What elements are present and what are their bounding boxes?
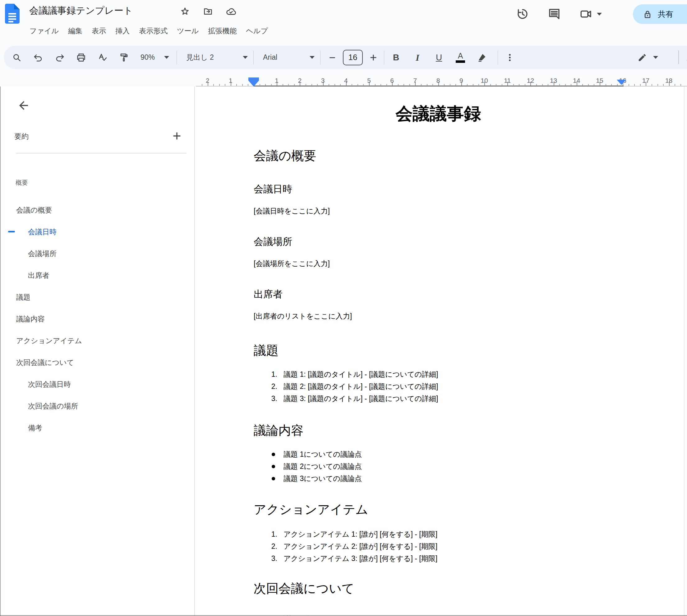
menu-item[interactable]: ツール [172, 24, 203, 38]
left-indent-marker[interactable] [248, 78, 259, 87]
document-h1[interactable]: アクションアイテム [254, 502, 623, 517]
paint-format-icon[interactable] [117, 51, 131, 64]
list-item[interactable]: 3.アクションアイテム 3: [誰が] [何をする] - [期限] [254, 552, 623, 565]
right-indent-marker[interactable] [617, 80, 626, 85]
highlight-icon[interactable] [475, 51, 489, 64]
ruler-tick [634, 84, 635, 86]
menu-item[interactable]: 編集 [63, 24, 87, 38]
menu-bar: ファイル編集表示挿入表示形式ツール拡張機能ヘルプ [25, 24, 273, 38]
outline-item[interactable]: アクションアイテム [0, 330, 193, 352]
outline-item[interactable]: 次回会議の場所 [0, 395, 193, 417]
document-h1[interactable]: 議論内容 [254, 423, 623, 438]
header: 会議議事録テンプレート ファイル編集表示挿入表示形式ツール拡張機能ヘルプ [0, 0, 687, 77]
document-h2[interactable]: 会議日時 [254, 183, 623, 195]
edit-mode-pencil-icon[interactable] [635, 51, 649, 64]
list-item[interactable]: 2.アクションアイテム 2: [誰が] [何をする] - [期限] [254, 541, 623, 552]
document-body[interactable]: [会議日時をここに入力] [254, 206, 623, 216]
version-history-icon[interactable] [516, 7, 530, 21]
document-body[interactable]: [出席者のリストをここに入力] [254, 311, 623, 321]
back-arrow-icon[interactable] [16, 98, 31, 113]
cloud-saved-icon[interactable] [226, 6, 236, 17]
font-size-input[interactable] [343, 50, 363, 65]
ruler-number: 12 [527, 77, 534, 84]
ruler-tick [611, 84, 612, 86]
share-button[interactable]: 共有 [633, 4, 687, 24]
share-button-label: 共有 [658, 9, 673, 19]
list-item[interactable]: 1.アクションアイテム 1: [誰が] [何をする] - [期限] [254, 528, 623, 541]
ruler-tick [478, 84, 479, 86]
document-h1[interactable]: 会議の概要 [254, 148, 623, 163]
outline-item[interactable]: 出席者 [0, 264, 193, 286]
outline-item[interactable]: 会議の概要 [0, 199, 193, 221]
menu-item[interactable]: 拡張機能 [203, 24, 241, 38]
list-item[interactable]: 3.議題 3: [議題のタイトル] - [議題についての詳細] [254, 393, 623, 405]
list-item[interactable]: 議題 3についての議論点 [254, 472, 623, 485]
list-item[interactable]: 議題 2についての議論点 [254, 460, 623, 472]
outline-item[interactable]: 議題 [0, 286, 193, 308]
toolbar-divider [678, 50, 679, 64]
comments-icon[interactable] [547, 7, 562, 21]
italic-icon[interactable]: I [411, 51, 424, 64]
undo-icon[interactable] [31, 51, 45, 64]
document-h1[interactable]: 次回会議について [254, 581, 623, 596]
list-item[interactable]: 議題 1についての議論点 [254, 448, 623, 460]
list-item-text: 議題 3: [議題のタイトル] - [議題についての詳細] [283, 395, 438, 402]
document-h2[interactable]: 会議場所 [254, 236, 623, 247]
toolbar-divider [177, 51, 177, 64]
text-color-icon[interactable]: A [454, 51, 467, 64]
paragraph-style-select[interactable]: 見出し 2 [186, 52, 252, 62]
document-body[interactable]: [会議場所をここに入力] [254, 259, 623, 268]
outline-item[interactable]: 議論内容 [0, 308, 193, 330]
ruler-tick [681, 84, 681, 86]
video-call-icon[interactable] [579, 7, 593, 21]
underline-icon[interactable]: U [432, 51, 446, 64]
outline-item[interactable]: 会議日時 [0, 221, 193, 243]
outline-item-label: 次回会議について [0, 358, 74, 368]
document-h2[interactable]: 出席者 [254, 288, 623, 300]
outline-item[interactable]: 備考 [0, 417, 193, 439]
ruler-tick [519, 84, 520, 86]
menu-item[interactable]: ファイル [25, 24, 63, 38]
outline-item-label: 出席者 [0, 271, 49, 280]
ruler-tick [328, 84, 329, 86]
outline-heading-label: 概要 [16, 179, 28, 187]
search-icon[interactable] [10, 51, 24, 64]
menu-item[interactable]: 表示形式 [134, 24, 172, 38]
style-value: 見出し 2 [186, 52, 214, 62]
more-options-icon[interactable] [503, 51, 517, 64]
zoom-select[interactable]: 90% [140, 53, 169, 62]
outline-item[interactable]: 次回会議について [0, 352, 193, 373]
document-title[interactable]: 会議議事録テンプレート [29, 4, 133, 17]
menu-item[interactable]: 挿入 [111, 24, 134, 38]
ruler-tick [404, 84, 404, 86]
redo-icon[interactable] [53, 51, 67, 64]
google-docs-logo-icon[interactable] [5, 4, 20, 24]
hide-menus-icon[interactable] [686, 52, 687, 66]
document-title[interactable]: 会議議事録 [254, 104, 623, 124]
document-page[interactable]: 会議議事録会議の概要会議日時[会議日時をここに入力]会議場所[会議場所をここに入… [195, 87, 684, 616]
video-call-dropdown-icon[interactable] [595, 7, 604, 21]
list-item[interactable]: 1.議題 1: [議題のタイトル] - [議題についての詳細] [254, 368, 623, 380]
ruler-tick [427, 84, 428, 86]
lock-icon [642, 9, 653, 20]
add-summary-icon[interactable] [171, 131, 182, 142]
edit-mode-dropdown-icon[interactable] [651, 51, 660, 64]
outline-item-label: 次回会議の場所 [0, 401, 78, 411]
list-number: 3. [254, 552, 277, 565]
document-h1[interactable]: 議題 [254, 343, 623, 358]
font-family-select[interactable]: Arial [263, 53, 319, 62]
outline-item[interactable]: 会議場所 [0, 243, 193, 264]
bold-icon[interactable]: B [389, 51, 403, 64]
print-icon[interactable] [74, 51, 88, 64]
decrease-font-size-icon[interactable] [325, 51, 339, 64]
list-item[interactable]: 2.議題 2: [議題のタイトル] - [議題についての詳細] [254, 380, 623, 393]
ruler-tick [496, 84, 497, 86]
outline-item[interactable]: 次回会議日時 [0, 373, 193, 395]
spellcheck-icon[interactable] [96, 51, 109, 64]
menu-item[interactable]: 表示 [87, 24, 111, 38]
menu-item[interactable]: ヘルプ [241, 24, 273, 38]
move-folder-icon[interactable] [203, 6, 213, 17]
increase-font-size-icon[interactable] [367, 51, 380, 64]
ruler-tick [444, 84, 444, 86]
star-icon[interactable] [180, 6, 190, 17]
